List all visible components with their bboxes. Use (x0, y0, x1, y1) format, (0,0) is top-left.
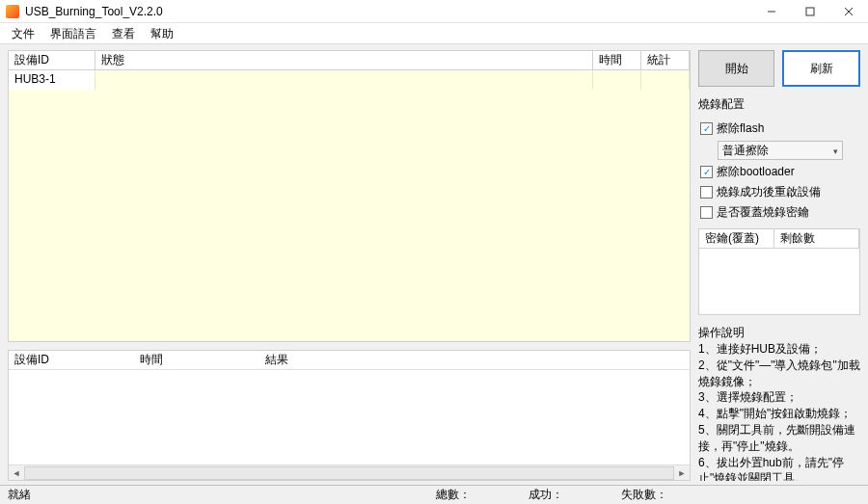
menu-language[interactable]: 界面語言 (42, 23, 104, 44)
col-header-key[interactable]: 密鑰(覆蓋) (699, 229, 774, 248)
col-header-result-device-id[interactable]: 設備ID (9, 351, 134, 369)
svg-rect-1 (806, 8, 814, 15)
instruction-line: 3、選擇燒錄配置； (698, 389, 860, 406)
result-table: 設備ID 時間 結果 ◄ ► (8, 350, 691, 481)
horizontal-scrollbar[interactable]: ◄ ► (9, 464, 690, 480)
titlebar: USB_Burning_Tool_V2.2.0 (0, 0, 868, 23)
device-table-header: 設備ID 狀態 時間 統計 (9, 51, 690, 70)
col-header-remaining[interactable]: 剩餘數 (774, 229, 859, 248)
device-table: 設備ID 狀態 時間 統計 HUB3-1 (8, 50, 691, 342)
window-title: USB_Burning_Tool_V2.2.0 (25, 5, 163, 18)
cell-stat (641, 70, 690, 90)
instruction-line: 5、關閉工具前，先斷開設備連接，再"停止"燒錄。 (698, 422, 860, 455)
table-row[interactable]: HUB3-1 (9, 70, 690, 90)
start-button[interactable]: 開始 (698, 50, 774, 87)
col-header-result-time[interactable]: 時間 (134, 351, 259, 369)
reboot-checkbox[interactable] (700, 186, 713, 199)
col-header-status[interactable]: 狀態 (95, 51, 593, 69)
key-table: 密鑰(覆蓋) 剩餘數 (698, 228, 860, 315)
burn-config-group: ✓ 擦除flash 普通擦除 ▾ ✓ 擦除bootloader 燒錄成功後重啟設… (698, 119, 860, 223)
instruction-line: 6、拔出外置hub前，請先"停止"燒錄並關閉工具。 (698, 455, 860, 481)
cell-time (593, 70, 641, 90)
reboot-label: 燒錄成功後重啟設備 (717, 184, 821, 200)
scroll-left-icon[interactable]: ◄ (9, 466, 24, 480)
close-button[interactable] (829, 0, 868, 23)
app-icon (6, 5, 19, 18)
erase-bootloader-checkbox[interactable]: ✓ (700, 166, 713, 178)
instruction-line: 2、從"文件"—"導入燒錄包"加載燒錄鏡像； (698, 358, 860, 390)
maximize-button[interactable] (791, 0, 829, 23)
minimize-button[interactable] (752, 0, 791, 23)
status-ready: 就緒 (8, 487, 31, 503)
status-success: 成功： (529, 487, 563, 503)
instruction-line: 4、點擊"開始"按鈕啟動燒錄； (698, 406, 860, 422)
key-table-header: 密鑰(覆蓋) 剩餘數 (699, 229, 859, 249)
overwrite-key-checkbox[interactable] (700, 206, 713, 219)
col-header-device-id[interactable]: 設備ID (9, 51, 95, 69)
instruction-line: 1、連接好HUB及設備； (698, 341, 860, 358)
col-header-time[interactable]: 時間 (593, 51, 641, 69)
statusbar: 就緒 總數： 成功： 失敗數： (0, 485, 868, 504)
erase-bootloader-label: 擦除bootloader (717, 164, 795, 180)
erase-mode-selected: 普通擦除 (722, 143, 769, 159)
col-header-stat[interactable]: 統計 (641, 51, 690, 69)
erase-mode-select[interactable]: 普通擦除 ▾ (718, 141, 843, 160)
menubar: 文件 界面語言 查看 幫助 (0, 23, 868, 44)
cell-device-id: HUB3-1 (9, 70, 95, 90)
menu-file[interactable]: 文件 (4, 23, 42, 44)
cell-status (95, 70, 593, 90)
refresh-button[interactable]: 刷新 (782, 50, 860, 87)
overwrite-key-label: 是否覆蓋燒錄密鑰 (717, 204, 809, 221)
col-header-result[interactable]: 結果 (259, 351, 690, 369)
instructions-title: 操作說明 (698, 325, 860, 341)
instructions-group: 操作說明 1、連接好HUB及設備； 2、從"文件"—"導入燒錄包"加載燒錄鏡像；… (698, 321, 860, 481)
scroll-right-icon[interactable]: ► (674, 466, 690, 480)
scroll-track[interactable] (24, 466, 674, 480)
instructions-body: 1、連接好HUB及設備； 2、從"文件"—"導入燒錄包"加載燒錄鏡像； 3、選擇… (698, 341, 860, 481)
result-table-body (9, 370, 690, 464)
menu-view[interactable]: 查看 (104, 23, 143, 44)
chevron-down-icon: ▾ (833, 146, 838, 156)
erase-flash-label: 擦除flash (717, 120, 764, 137)
status-total: 總數： (436, 487, 471, 503)
result-table-header: 設備ID 時間 結果 (9, 351, 690, 370)
burn-config-title: 燒錄配置 (698, 96, 860, 113)
menu-help[interactable]: 幫助 (143, 23, 181, 44)
status-fail: 失敗數： (621, 487, 667, 503)
erase-flash-checkbox[interactable]: ✓ (700, 122, 713, 135)
